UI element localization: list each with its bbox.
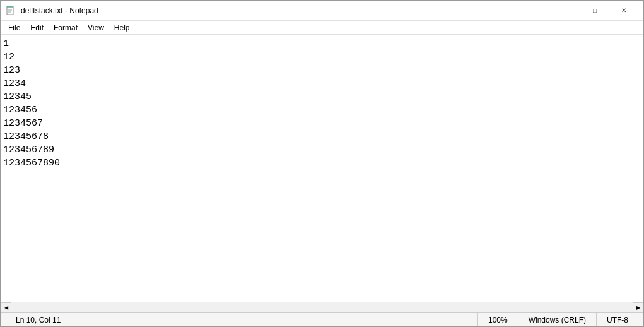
scroll-right-button[interactable]: ▶ [633, 302, 643, 313]
menu-item-view[interactable]: View [83, 22, 109, 33]
cursor-position: Ln 10, Col 11 [6, 313, 71, 326]
h-scroll-track[interactable] [11, 302, 633, 312]
app-icon [6, 6, 16, 16]
encoding: UTF-8 [596, 313, 638, 326]
svg-rect-1 [7, 6, 13, 8]
scroll-left-button[interactable]: ◀ [1, 302, 11, 313]
menu-item-file[interactable]: File [3, 22, 25, 33]
title-bar-left: delftstack.txt - Notepad [6, 6, 98, 16]
title-bar: delftstack.txt - Notepad — □ ✕ [1, 1, 643, 21]
horizontal-scrollbar[interactable]: ◀ ▶ [1, 302, 643, 312]
window-title: delftstack.txt - Notepad [21, 6, 98, 15]
text-editor[interactable]: 1 12 123 1234 12345 123456 1234567 12345… [1, 35, 643, 302]
line-ending: Windows (CRLF) [518, 313, 596, 326]
editor-area: 1 12 123 1234 12345 123456 1234567 12345… [1, 35, 643, 302]
status-bar: Ln 10, Col 11 100% Windows (CRLF) UTF-8 [1, 312, 643, 326]
minimize-button[interactable]: — [551, 1, 580, 21]
menu-item-edit[interactable]: Edit [25, 22, 49, 33]
menu-item-help[interactable]: Help [109, 22, 135, 33]
maximize-button[interactable]: □ [580, 1, 609, 21]
title-bar-controls: — □ ✕ [551, 1, 638, 21]
zoom-level: 100% [477, 313, 518, 326]
menu-bar: File Edit Format View Help [1, 21, 643, 35]
menu-item-format[interactable]: Format [49, 22, 83, 33]
close-button[interactable]: ✕ [609, 1, 638, 21]
notepad-window: delftstack.txt - Notepad — □ ✕ File Edit… [0, 0, 644, 327]
